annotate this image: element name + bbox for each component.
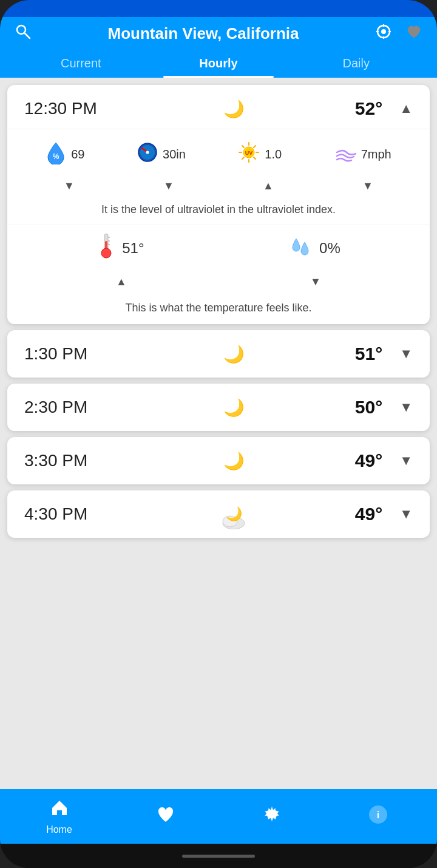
- precip-value: 0%: [319, 240, 340, 257]
- tab-daily[interactable]: Daily: [287, 52, 425, 78]
- hour-row-130: 1:30 PM 🌙 51° ▼: [7, 330, 430, 378]
- expand-btn-1230[interactable]: ▲: [399, 101, 413, 117]
- temp-1230: 52°: [322, 98, 382, 119]
- weather-icon-130: 🌙: [155, 344, 312, 364]
- precip-icon: [289, 234, 313, 262]
- expand-btn-330[interactable]: ▼: [399, 453, 413, 469]
- gear-icon: [262, 805, 282, 829]
- hour-row-230: 2:30 PM 🌙 50° ▼: [7, 384, 430, 431]
- temp-330: 49°: [322, 450, 382, 471]
- pressure-icon: [137, 142, 158, 167]
- header-top: Mountain View, California: [12, 23, 425, 52]
- temp-230: 50°: [322, 397, 382, 418]
- pressure-arrow[interactable]: ▼: [151, 177, 186, 195]
- heart-icon: [156, 805, 175, 829]
- hourly-card-330[interactable]: 3:30 PM 🌙 49° ▼: [7, 437, 430, 484]
- wind-arrow[interactable]: ▼: [350, 177, 385, 195]
- svg-line-17: [242, 146, 244, 147]
- time-430: 4:30 PM: [24, 504, 146, 524]
- tab-hourly[interactable]: Hourly: [150, 52, 288, 78]
- status-bar: [0, 0, 437, 17]
- hourly-card-130[interactable]: 1:30 PM 🌙 51° ▼: [7, 330, 430, 378]
- svg-line-19: [254, 146, 256, 147]
- info-icon: i: [368, 805, 388, 829]
- svg-line-20: [242, 157, 244, 159]
- svg-point-11: [146, 151, 149, 154]
- feels-like-temp: 51°: [122, 240, 144, 257]
- metric-pressure: 30in: [132, 136, 191, 173]
- expand-btn-430[interactable]: ▼: [399, 506, 413, 522]
- location-icon[interactable]: [373, 23, 395, 44]
- metric-wind: 7mph: [330, 138, 396, 172]
- content-area: 12:30 PM 🌙 52° ▲ % 69: [0, 78, 437, 789]
- humidity-arrow[interactable]: ▼: [52, 177, 87, 195]
- tab-current[interactable]: Current: [12, 52, 150, 78]
- hourly-card-430[interactable]: 4:30 PM 🌙 49° ▼: [7, 490, 430, 538]
- svg-text:i: i: [376, 810, 379, 820]
- hour-row-430: 4:30 PM 🌙 49° ▼: [7, 490, 430, 538]
- svg-line-18: [254, 157, 256, 159]
- uv-tooltip: It is the level of ultraviolet in the ul…: [7, 197, 430, 225]
- pressure-value: 30in: [163, 147, 186, 161]
- nav-info[interactable]: i: [354, 805, 402, 829]
- hourly-card-230[interactable]: 2:30 PM 🌙 50° ▼: [7, 384, 430, 431]
- phone-bottom: [0, 844, 437, 868]
- uv-icon: UV: [238, 141, 260, 168]
- time-330: 3:30 PM: [24, 451, 146, 470]
- svg-text:UV: UV: [245, 150, 253, 156]
- detail-arrows-row: ▲ ▼: [7, 271, 430, 296]
- header: Mountain View, California: [0, 17, 437, 78]
- feels-like-tooltip: This is what the temperature feels like.: [7, 296, 430, 324]
- expand-btn-230[interactable]: ▼: [399, 399, 413, 415]
- svg-point-0: [17, 25, 25, 34]
- expanded-header-1230: 12:30 PM 🌙 52° ▲: [7, 85, 430, 129]
- weather-icon-230: 🌙: [155, 398, 312, 418]
- time-230: 2:30 PM: [24, 398, 146, 417]
- nav-home-label: Home: [46, 824, 72, 835]
- hour-row-330: 3:30 PM 🌙 49° ▼: [7, 437, 430, 484]
- humidity-icon: %: [46, 140, 66, 169]
- weather-icon-330: 🌙: [155, 451, 312, 471]
- phone-frame: Mountain View, California: [0, 0, 437, 868]
- tabs: Current Hourly Daily: [12, 52, 425, 78]
- weather-icon-430: 🌙: [155, 506, 312, 522]
- home-icon: [50, 798, 69, 822]
- favorite-icon[interactable]: [403, 23, 425, 44]
- home-indicator: [182, 855, 255, 858]
- wind-value: 7mph: [361, 147, 391, 161]
- feels-like-item: 51°: [97, 231, 144, 265]
- weather-icon-1230: 🌙: [155, 99, 312, 119]
- svg-text:%: %: [53, 152, 59, 161]
- feels-like-arrow[interactable]: ▲: [104, 273, 139, 291]
- header-title: Mountain View, California: [34, 24, 373, 43]
- svg-point-3: [381, 29, 386, 34]
- svg-point-28: [101, 248, 111, 258]
- expand-btn-130[interactable]: ▼: [399, 346, 413, 362]
- details-row: 51° 0%: [7, 225, 430, 271]
- metric-arrows-row: ▼ ▼ ▲ ▼: [7, 175, 430, 197]
- temp-130: 51°: [322, 344, 382, 364]
- nav-home[interactable]: Home: [35, 798, 84, 835]
- uv-arrow[interactable]: ▲: [251, 177, 286, 195]
- uv-value: 1.0: [265, 147, 282, 161]
- thermometer-icon: [97, 231, 116, 265]
- temp-430: 49°: [322, 504, 382, 524]
- precip-arrow[interactable]: ▼: [298, 273, 333, 291]
- wind-icon: [334, 144, 356, 166]
- nav-settings[interactable]: [248, 805, 296, 829]
- time-130: 1:30 PM: [24, 344, 146, 364]
- svg-line-1: [25, 33, 30, 38]
- precip-item: 0%: [289, 231, 340, 265]
- search-icon[interactable]: [12, 23, 34, 44]
- metric-uv: UV 1.0: [233, 135, 286, 174]
- humidity-value: 69: [71, 147, 84, 161]
- nav-favorites[interactable]: [141, 805, 190, 829]
- expanded-card-1230: 12:30 PM 🌙 52° ▲ % 69: [7, 85, 430, 324]
- metric-humidity: % 69: [41, 134, 89, 175]
- time-1230: 12:30 PM: [24, 99, 146, 118]
- metrics-row-1230: % 69 3: [7, 129, 430, 175]
- bottom-nav: Home i: [0, 789, 437, 844]
